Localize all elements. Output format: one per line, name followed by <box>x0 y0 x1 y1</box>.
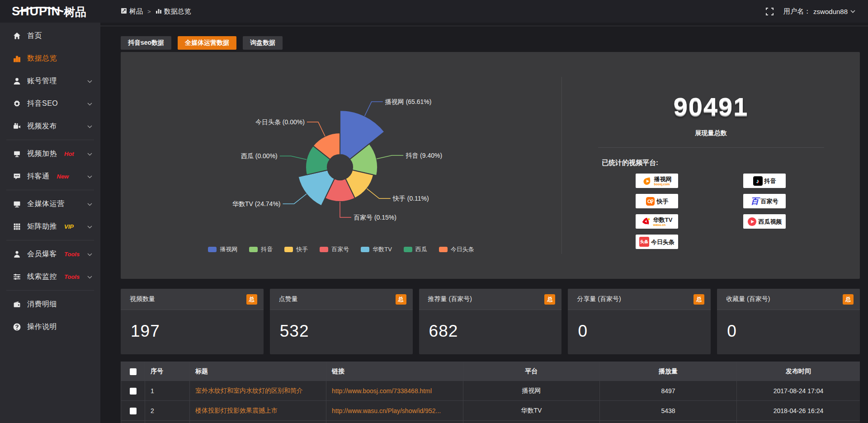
sidebar-item-label: 抖音SEO <box>27 99 58 108</box>
sidebar-item-抖音SEO[interactable]: 抖音SEO <box>0 92 100 115</box>
row-checkbox[interactable] <box>130 388 137 395</box>
legend-item-百家号[interactable]: 百家号 <box>320 245 349 254</box>
stat-card-header: 视频数量总 <box>121 289 264 310</box>
baijiahao-logo: 百 <box>751 196 759 207</box>
stat-card-value: 0 <box>568 310 711 341</box>
sidebar-item-label: 操作说明 <box>27 322 57 332</box>
legend-item-华数TV[interactable]: 华数TV <box>361 245 392 254</box>
stat-card-收藏量 (百家号): 收藏量 (百家号)总0 <box>717 289 860 354</box>
pie-label-百家号: 百家号 (0.15%) <box>354 214 396 221</box>
select-all-checkbox[interactable] <box>130 368 137 375</box>
sidebar-item-会员爆客[interactable]: 会员爆客 Tools <box>0 243 100 265</box>
sidebar-item-视频加热[interactable]: 视频加热 Hot <box>0 142 100 165</box>
platform-name: 播视网 <box>463 381 600 401</box>
topbar-right: 用户名：zswodun88 <box>766 7 868 16</box>
platform-domain: wasu.cn <box>653 223 666 226</box>
empty-cell <box>743 235 786 249</box>
total-badge: 总 <box>544 294 555 305</box>
sidebar-item-操作说明[interactable]: 操作说明 <box>0 315 100 338</box>
video-url-link[interactable]: http://www.wasu.cn/Play/show/id/952... <box>326 401 463 421</box>
person-icon <box>13 250 21 258</box>
stat-card-label: 分享量 (百家号) <box>577 295 621 303</box>
legend-item-抖音[interactable]: 抖音 <box>249 245 273 254</box>
sidebar-item-label: 会员爆客 <box>27 249 57 259</box>
app-logo: SHUPIN 树品 <box>0 5 100 18</box>
platform-domain: boosj.com <box>654 183 670 186</box>
sidebar-item-label: 首页 <box>27 31 42 41</box>
monitor-icon <box>13 200 21 208</box>
legend-label: 百家号 <box>331 245 349 254</box>
platform-name: 抖音 <box>764 178 776 184</box>
breadcrumb-current[interactable]: 数据总览 <box>156 7 191 16</box>
stat-card-label: 推荐量 (百家号) <box>428 295 472 303</box>
chevron-down-icon <box>87 150 92 158</box>
pie-label-line <box>365 102 383 116</box>
platform-badge-抖音: ♪抖音 <box>743 174 786 188</box>
legend-swatch <box>439 247 448 252</box>
video-url-link[interactable]: http://www.boosj.com/7338468.html <box>326 381 463 401</box>
sidebar-item-矩阵助推[interactable]: 矩阵助推 VIP <box>0 215 100 238</box>
sidebar-item-账号管理[interactable]: 账号管理 <box>0 70 100 92</box>
legend-item-西瓜[interactable]: 西瓜 <box>404 245 427 254</box>
platform-name <box>463 421 600 423</box>
username-value: zswodun88 <box>813 8 848 15</box>
column-header-链接: 链接 <box>326 362 463 381</box>
stat-card-视频数量: 视频数量总197 <box>121 289 264 354</box>
total-impressions-label: 展现量总数 <box>562 129 860 137</box>
summary-divider <box>598 147 824 148</box>
legend-swatch <box>208 247 217 252</box>
video-title-link[interactable]: 楼体投影灯投影效果震撼上市 <box>190 401 326 421</box>
sidebar-item-全媒体运营[interactable]: 全媒体运营 <box>0 193 100 215</box>
legend-item-播视网[interactable]: 播视网 <box>208 245 237 254</box>
sidebar-item-label: 全媒体运营 <box>27 199 65 209</box>
sidebar-item-视频发布[interactable]: 视频发布 <box>0 115 100 137</box>
stat-cards: 视频数量总197点赞量总532推荐量 (百家号)总682分享量 (百家号)总0收… <box>121 289 860 354</box>
pie-slice-华数TV[interactable] <box>298 170 335 206</box>
bar-chart-icon <box>13 54 21 62</box>
platform-name: 华数TV <box>463 401 600 421</box>
legend-label: 抖音 <box>261 245 273 254</box>
row-checkbox[interactable] <box>130 408 137 414</box>
sidebar-item-消费明细[interactable]: 消费明细 <box>0 293 100 315</box>
total-badge: 总 <box>843 294 854 305</box>
sidebar-item-label: 账号管理 <box>27 76 57 86</box>
chevron-down-icon <box>87 77 92 85</box>
sidebar-item-抖客通[interactable]: 抖客通 New <box>0 165 100 188</box>
legend-label: 快手 <box>296 245 308 254</box>
legend-label: 西瓜 <box>415 245 427 254</box>
legend-item-快手[interactable]: 快手 <box>284 245 308 254</box>
kuaishou-logo-icon <box>646 197 655 206</box>
sidebar-item-tag: Hot <box>64 150 74 157</box>
video-table: 序号标题链接平台播放量发布时间 1室外水纹灯和室内水纹灯的区别和简介http:/… <box>121 362 860 423</box>
chevron-down-icon <box>87 222 92 230</box>
sidebar-item-数据总览[interactable]: 数据总览 <box>0 47 100 70</box>
play-count <box>600 421 737 423</box>
legend-swatch <box>320 247 328 252</box>
stat-card-label: 视频数量 <box>130 295 155 303</box>
bar-chart-icon <box>156 8 162 15</box>
summary-panel: 90491 展现量总数 已统计的视频平台: 播视网boosj.com♪抖音快手百… <box>562 52 860 279</box>
stat-card-value: 682 <box>419 310 562 341</box>
legend-swatch <box>361 247 369 252</box>
table-header-row: 序号标题链接平台播放量发布时间 <box>121 362 860 381</box>
play-count: 8497 <box>600 381 737 401</box>
breadcrumb-root[interactable]: 树品 <box>121 7 143 16</box>
platforms-title: 已统计的视频平台: <box>602 159 860 167</box>
sidebar-item-线索监控[interactable]: 线索监控 Tools <box>0 265 100 288</box>
platform-badge-西瓜视频: 西瓜视频 <box>743 214 786 229</box>
stat-card-value: 197 <box>121 310 264 341</box>
platform-badge-播视网: 播视网boosj.com <box>636 174 678 188</box>
pie-label-快手: 快手 (0.11%) <box>392 195 429 202</box>
video-title-link[interactable]: 室外水纹灯和室内水纹灯的区别和简介 <box>190 381 326 401</box>
user-menu[interactable]: 用户名：zswodun88 <box>783 7 855 16</box>
video-url-link <box>326 421 463 423</box>
total-impressions-value: 90491 <box>562 92 860 121</box>
tab-询盘数据[interactable]: 询盘数据 <box>243 36 283 50</box>
sidebar-item-label: 抖客通 <box>27 172 50 181</box>
sidebar-item-首页[interactable]: 首页 <box>0 24 100 47</box>
tab-全媒体运营数据[interactable]: 全媒体运营数据 <box>178 36 236 50</box>
fullscreen-icon[interactable] <box>766 8 774 15</box>
legend-item-今日头条[interactable]: 今日头条 <box>439 245 474 254</box>
tab-抖音seo数据[interactable]: 抖音seo数据 <box>121 36 171 50</box>
sidebar-divider <box>6 240 94 240</box>
